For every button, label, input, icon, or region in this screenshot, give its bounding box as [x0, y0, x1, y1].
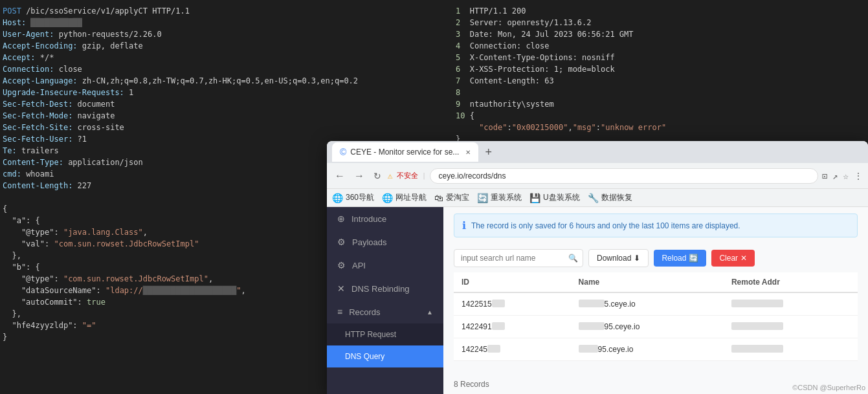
cell-id: 1422515██ [454, 292, 571, 316]
search-input[interactable] [454, 249, 583, 267]
insecure-label: 不安全 [397, 171, 418, 181]
bookmark-taobao-icon: 🛍 [434, 193, 443, 203]
bookmark-icon: ☆ [843, 171, 849, 181]
info-banner: ℹ The record is only saved for 6 hours a… [454, 213, 858, 237]
sidebar-item-api[interactable]: ⚙ API [327, 254, 443, 277]
reload-label: Reload [662, 254, 686, 263]
bookmark-360-label: 360导航 [346, 192, 374, 203]
sidebar-item-records[interactable]: ≡ Records ▲ [327, 300, 443, 323]
table-header-row: ID Name Remote Addr [454, 272, 858, 292]
api-icon: ⚙ [337, 260, 346, 270]
cell-name: ███95.ceye.io [571, 338, 724, 361]
sidebar-label-introduce: Introduce [351, 214, 386, 224]
cell-id: 142245██ [454, 338, 571, 361]
bookmark-udisk[interactable]: 💾 U盘装系统 [529, 192, 580, 203]
dns-records-table: ID Name Remote Addr 1422515██ ████5.ceye… [454, 272, 858, 361]
bookmark-taobao[interactable]: 🛍 爱淘宝 [434, 192, 469, 203]
table-row: 1422491██ ████95.ceye.io ██.██.██.██ [454, 316, 858, 338]
cell-name: ████95.ceye.io [571, 316, 724, 338]
browser-window: © CEYE - Monitor service for se... ✕ + ←… [327, 141, 868, 394]
bookmark-recovery-icon: 🔧 [588, 193, 599, 203]
cell-remote-addr: ██.██.██.██ [724, 316, 858, 338]
active-tab[interactable]: © CEYE - Monitor service for se... ✕ [332, 142, 478, 162]
share-icon: ↗ [832, 171, 838, 181]
refresh-button[interactable]: ↻ [371, 168, 384, 184]
clear-label: Clear [719, 254, 738, 263]
sidebar-item-introduce[interactable]: ⊕ Introduce [327, 207, 443, 230]
tab-favicon: © [340, 147, 346, 157]
bookmark-recovery-label: 数据恢复 [601, 192, 632, 203]
info-icon: ℹ [462, 219, 466, 232]
introduce-icon: ⊕ [337, 213, 345, 224]
url-input[interactable] [430, 168, 818, 184]
reload-button[interactable]: Reload 🔄 [654, 250, 706, 267]
new-tab-button[interactable]: + [481, 146, 496, 159]
security-warning-icon: ⚠ [388, 171, 393, 181]
column-remote-addr: Remote Addr [724, 272, 858, 292]
sidebar-label-dns-query: DNS Query [345, 352, 384, 361]
bookmark-recovery[interactable]: 🔧 数据恢复 [588, 192, 632, 203]
tab-title: CEYE - Monitor service for se... [350, 148, 459, 157]
search-icon: 🔍 [568, 254, 578, 263]
cell-id: 1422491██ [454, 316, 571, 338]
sidebar-item-payloads[interactable]: ⚙ Payloads [327, 230, 443, 254]
bookmark-360[interactable]: 🌐 360导航 [332, 192, 374, 203]
bookmark-reinstall-icon: 🔄 [477, 193, 488, 203]
sidebar-item-dns-rebinding[interactable]: ✕ DNS Rebinding [327, 277, 443, 300]
bookmark-url[interactable]: 🌐 网址导航 [382, 192, 427, 203]
download-icon: ⬇ [634, 254, 640, 263]
sidebar-label-payloads: Payloads [352, 237, 386, 247]
sidebar-label-api: API [352, 261, 366, 270]
bookmark-udisk-label: U盘装系统 [543, 192, 580, 203]
sidebar: ⊕ Introduce ⚙ Payloads ⚙ API ✕ DNS Rebin… [327, 207, 443, 394]
records-chevron-icon: ▲ [427, 309, 433, 316]
sidebar-item-dns-query[interactable]: DNS Query [327, 345, 443, 367]
bookmark-reinstall[interactable]: 🔄 重装系统 [477, 192, 522, 203]
url-separator: | [422, 171, 427, 180]
menu-icon: ⋮ [854, 171, 863, 181]
search-input-wrapper: 🔍 [454, 249, 583, 267]
clear-button[interactable]: Clear ✕ [711, 250, 755, 267]
cell-remote-addr: ██.██.██.██ [724, 338, 858, 361]
table-row: 142245██ ███95.ceye.io ██.██.██.██ [454, 338, 858, 361]
sidebar-label-records: Records [349, 307, 380, 317]
address-bar: ← → ↻ ⚠ 不安全 | ⊡ ↗ ☆ ⋮ [327, 163, 868, 189]
bookmark-url-label: 网址导航 [395, 192, 427, 203]
bookmark-360-icon: 🌐 [332, 193, 343, 203]
sidebar-label-dns-rebinding: DNS Rebinding [351, 284, 410, 294]
records-table: ID Name Remote Addr 1422515██ ████5.ceye… [454, 272, 858, 375]
bookmark-url-icon: 🌐 [382, 193, 393, 203]
watermark-text: ©CSDN @SuperherRo [792, 384, 865, 391]
screenshot-icon: ⊡ [822, 171, 827, 181]
bookmark-bar: 🌐 360导航 🌐 网址导航 🛍 爱淘宝 🔄 重装系统 💾 U盘装系统 🔧 数据… [327, 189, 868, 207]
records-count-value: 8 Records [454, 380, 489, 389]
bookmark-taobao-label: 爱淘宝 [446, 192, 469, 203]
sidebar-submenu-records: HTTP Request DNS Query [327, 323, 443, 367]
forward-button[interactable]: → [351, 168, 367, 184]
records-icon: ≡ [337, 307, 342, 317]
download-button[interactable]: Download ⬇ [588, 249, 649, 267]
tab-close-button[interactable]: ✕ [465, 149, 471, 156]
cell-name: ████5.ceye.io [571, 292, 724, 316]
cell-remote-addr: ██.██.██.██ [724, 292, 858, 316]
info-message: The record is only saved for 6 hours and… [471, 221, 740, 230]
address-bar-icons: ⊡ ↗ ☆ ⋮ [822, 171, 863, 181]
column-id: ID [454, 272, 571, 292]
tab-bar: © CEYE - Monitor service for se... ✕ + [327, 141, 868, 163]
sidebar-label-http-request: HTTP Request [345, 330, 396, 339]
toolbar: 🔍 Download ⬇ Reload 🔄 Clear ✕ [443, 244, 868, 272]
dns-rebinding-icon: ✕ [337, 283, 345, 294]
main-content: ⊕ Introduce ⚙ Payloads ⚙ API ✕ DNS Rebin… [327, 207, 868, 394]
payloads-icon: ⚙ [337, 237, 346, 247]
reload-icon: 🔄 [689, 254, 698, 263]
bookmark-reinstall-label: 重装系统 [491, 192, 522, 203]
sidebar-item-http-request[interactable]: HTTP Request [327, 323, 443, 345]
bookmark-udisk-icon: 💾 [529, 193, 540, 203]
page-content: ℹ The record is only saved for 6 hours a… [443, 207, 868, 394]
back-button[interactable]: ← [332, 168, 348, 184]
column-name: Name [571, 272, 724, 292]
download-label: Download [597, 254, 631, 263]
clear-icon: ✕ [740, 254, 747, 263]
table-row: 1422515██ ████5.ceye.io ██.██.██.██ [454, 292, 858, 316]
watermark: ©CSDN @SuperherRo [792, 384, 865, 391]
